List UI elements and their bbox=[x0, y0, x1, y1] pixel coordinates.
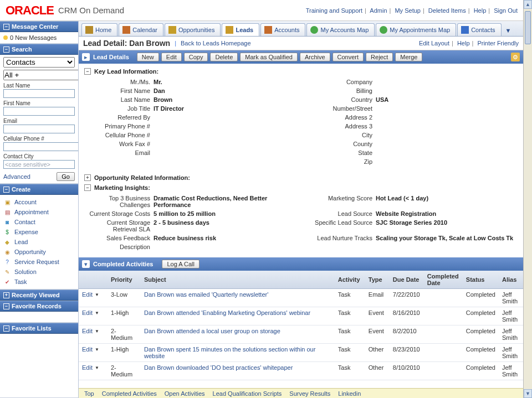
archive-button[interactable]: Archive bbox=[300, 53, 330, 61]
subject-link[interactable]: Dan Brown was emailed 'Quarterly newslet… bbox=[144, 291, 268, 298]
go-button[interactable]: Go bbox=[57, 172, 75, 181]
create-contact[interactable]: Contact bbox=[14, 219, 35, 225]
advanced-link[interactable]: Advanced bbox=[3, 173, 30, 180]
scroll-thumb[interactable] bbox=[525, 11, 531, 44]
collapse-icon[interactable]: − bbox=[3, 303, 9, 309]
field-row: Mr./Ms.Mr. bbox=[84, 78, 295, 86]
edit-link[interactable]: Edit bbox=[82, 346, 93, 353]
col-due-date[interactable]: Due Date bbox=[390, 271, 424, 289]
printer-friendly-link[interactable]: Printer Friendly bbox=[477, 40, 519, 46]
col-alias[interactable]: Alias bbox=[499, 271, 523, 289]
subject-link[interactable]: Dan Brown downloaded 'DO best practices'… bbox=[144, 364, 293, 371]
top-link-deleted[interactable]: Deleted Items bbox=[428, 7, 466, 14]
log-a-call-button[interactable]: Log A Call bbox=[162, 260, 200, 268]
dropdown-icon[interactable]: ▼ bbox=[95, 365, 99, 370]
col-priority[interactable]: Priority bbox=[108, 271, 141, 289]
collapse-icon[interactable]: − bbox=[3, 24, 9, 30]
create-expense[interactable]: Expense bbox=[14, 229, 38, 235]
expand-icon[interactable]: + bbox=[84, 174, 91, 181]
anchor-lead-qual-scripts[interactable]: Lead Qualification Scripts bbox=[213, 390, 282, 397]
tab-my-appointments-map[interactable]: My Appointments Map bbox=[376, 23, 456, 36]
section-help-icon[interactable]: ⚙ bbox=[511, 53, 520, 61]
edit-link[interactable]: Edit bbox=[82, 309, 93, 316]
tab-leads[interactable]: Leads bbox=[222, 23, 259, 37]
window-scrollbar[interactable]: ▲ ▼ bbox=[523, 0, 532, 398]
top-link-training[interactable]: Training and Support bbox=[306, 7, 362, 14]
search-allplus-field[interactable] bbox=[3, 70, 79, 80]
panel-fav-lists-header[interactable]: − Favorite Lists bbox=[0, 323, 78, 334]
create-task[interactable]: Task bbox=[14, 278, 27, 285]
panel-recently-viewed-header[interactable]: + Recently Viewed bbox=[0, 290, 78, 301]
collapse-icon[interactable]: ▸ bbox=[82, 53, 90, 61]
top-link-help[interactable]: Help bbox=[474, 7, 487, 14]
tab-my-accounts-map[interactable]: My Accounts Map bbox=[306, 23, 375, 36]
col-activity[interactable]: Activity bbox=[335, 271, 365, 289]
cell-input[interactable] bbox=[3, 142, 79, 151]
reject-button[interactable]: Reject bbox=[366, 53, 393, 61]
city-input[interactable] bbox=[3, 160, 75, 169]
panel-fav-records-header[interactable]: − Favorite Records bbox=[0, 301, 78, 312]
panel-create-header[interactable]: − Create bbox=[0, 184, 78, 195]
collapse-icon[interactable]: − bbox=[3, 187, 9, 193]
create-lead[interactable]: Lead bbox=[14, 239, 28, 245]
convert-button[interactable]: Convert bbox=[332, 53, 364, 61]
subject-link[interactable]: Dan Brown attended a local user group on… bbox=[144, 328, 280, 334]
col-completed-date[interactable]: Completed Date bbox=[424, 271, 463, 289]
last-name-input[interactable] bbox=[3, 89, 75, 98]
create-service-request[interactable]: Service Request bbox=[14, 259, 59, 265]
back-to-leads-link[interactable]: Back to Leads Homepage bbox=[181, 40, 251, 46]
create-solution[interactable]: Solution bbox=[14, 268, 37, 275]
dropdown-icon[interactable]: ▼ bbox=[95, 311, 99, 316]
anchor-open-activities[interactable]: Open Activities bbox=[165, 390, 205, 397]
merge-button[interactable]: Merge bbox=[395, 53, 422, 61]
anchor-survey-results[interactable]: Survey Results bbox=[289, 390, 330, 397]
panel-search-header[interactable]: − Search bbox=[0, 44, 78, 55]
dropdown-icon[interactable]: ▼ bbox=[95, 347, 99, 352]
anchor-linkedin[interactable]: Linkedin bbox=[338, 390, 361, 397]
delete-button[interactable]: Delete bbox=[210, 53, 238, 61]
help-link[interactable]: Help bbox=[457, 40, 470, 46]
search-type-select[interactable]: Contacts bbox=[3, 57, 75, 68]
tab-opportunities[interactable]: Opportunities bbox=[165, 23, 221, 36]
tab-accounts[interactable]: Accounts bbox=[260, 23, 305, 36]
edit-button[interactable]: Edit bbox=[161, 53, 182, 61]
top-link-admin[interactable]: Admin bbox=[370, 7, 387, 14]
dropdown-icon[interactable]: ▼ bbox=[95, 292, 99, 297]
email-input[interactable] bbox=[3, 125, 75, 133]
collapse-icon[interactable]: − bbox=[84, 68, 91, 75]
collapse-icon[interactable]: ▾ bbox=[82, 260, 90, 268]
col-status[interactable]: Status bbox=[463, 271, 499, 289]
mark-qualified-button[interactable]: Mark as Qualified bbox=[240, 53, 298, 61]
create-opportunity[interactable]: Opportunity bbox=[14, 249, 46, 255]
edit-layout-link[interactable]: Edit Layout bbox=[419, 40, 449, 46]
top-link-signout[interactable]: Sign Out bbox=[494, 7, 518, 14]
create-appointment[interactable]: Appointment bbox=[14, 209, 49, 215]
collapse-icon[interactable]: − bbox=[3, 46, 9, 53]
scroll-down-icon[interactable]: ▼ bbox=[524, 389, 532, 398]
panel-message-center-header[interactable]: − Message Center bbox=[0, 21, 78, 32]
dropdown-icon[interactable]: ▼ bbox=[95, 329, 99, 334]
scroll-up-icon[interactable]: ▲ bbox=[524, 0, 532, 9]
collapse-icon[interactable]: − bbox=[84, 184, 91, 191]
col-subject[interactable]: Subject bbox=[141, 271, 335, 289]
tab-calendar[interactable]: Calendar bbox=[119, 23, 163, 36]
new-button[interactable]: New bbox=[137, 53, 159, 61]
col-type[interactable]: Type bbox=[365, 271, 390, 289]
top-link-setup[interactable]: My Setup bbox=[395, 7, 420, 14]
create-account[interactable]: Account bbox=[14, 199, 37, 205]
anchor-completed-activities[interactable]: Completed Activities bbox=[102, 390, 157, 397]
anchor-top[interactable]: Top bbox=[84, 390, 94, 397]
tab-home[interactable]: Home bbox=[81, 23, 117, 36]
tabs-overflow-button[interactable]: ▼ bbox=[502, 25, 515, 36]
collapse-icon[interactable]: − bbox=[3, 325, 9, 332]
copy-button[interactable]: Copy bbox=[184, 53, 208, 61]
edit-link[interactable]: Edit bbox=[82, 364, 93, 371]
tab-contacts[interactable]: Contacts bbox=[457, 23, 501, 36]
edit-link[interactable]: Edit bbox=[82, 328, 93, 334]
edit-link[interactable]: Edit bbox=[82, 291, 93, 298]
expand-icon[interactable]: + bbox=[3, 292, 9, 298]
first-name-input[interactable] bbox=[3, 107, 75, 116]
subject-link[interactable]: Dan Brown spent 15 minutes on the soluti… bbox=[144, 346, 315, 359]
subject-link[interactable]: Dan Brown attended 'Enabling Marketing O… bbox=[144, 309, 310, 316]
field-row: Referred By bbox=[84, 113, 295, 121]
